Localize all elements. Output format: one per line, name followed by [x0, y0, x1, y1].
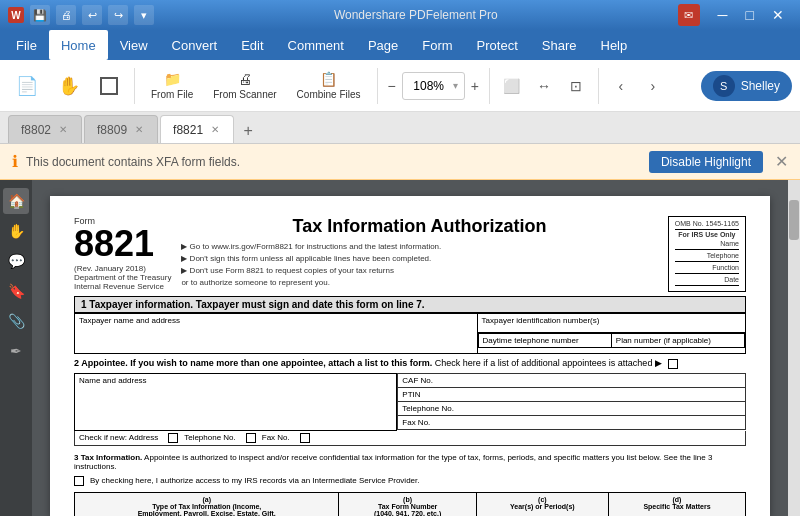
form-dept: Department of the Treasury	[74, 273, 171, 282]
tab-f8821[interactable]: f8821 ✕	[160, 115, 234, 143]
irs-access-checkbox[interactable]	[74, 476, 84, 486]
section3-header: 3 Tax Information.	[74, 453, 142, 462]
print-button[interactable]: 🖨	[56, 5, 76, 25]
check-if-new-label: Check if new: Address	[79, 433, 158, 442]
caf-row-1: CAF No.	[398, 374, 746, 388]
form-instructions: ▶ Go to www.irs.gov/Form8821 for instruc…	[181, 241, 657, 289]
notification-icon: ℹ	[12, 152, 18, 171]
caf-row-2: PTIN	[398, 388, 746, 402]
tab-f8809-close[interactable]: ✕	[133, 122, 145, 137]
zoom-control[interactable]: 108% ▾	[402, 72, 465, 100]
tab-f8809-label: f8809	[97, 123, 127, 137]
irs-function: Function	[675, 264, 739, 271]
form-title-block: Tax Information Authorization ▶ Go to ww…	[171, 216, 667, 289]
maximize-button[interactable]: □	[738, 0, 762, 30]
minimize-button[interactable]: ─	[710, 0, 736, 30]
name-address-cell: Name and address	[75, 373, 397, 430]
separator-2	[377, 68, 378, 104]
tab-f8821-close[interactable]: ✕	[209, 122, 221, 137]
section2-checkbox[interactable]	[668, 359, 678, 369]
prev-page-button[interactable]: ‹	[607, 72, 635, 100]
fit-page-button[interactable]: ⬜	[498, 72, 526, 100]
menu-view[interactable]: View	[108, 30, 160, 60]
caf-no-cell: CAF No.	[398, 374, 746, 388]
menu-home[interactable]: Home	[49, 30, 108, 60]
menu-help[interactable]: Help	[589, 30, 640, 60]
from-file-label: From File	[151, 89, 193, 100]
fit-width-button[interactable]: ↔	[530, 72, 558, 100]
document-area[interactable]: Form 8821 (Rev. January 2018) Department…	[32, 180, 788, 516]
section3-text: 3 Tax Information. Appointee is authoriz…	[74, 450, 746, 474]
hand-tool-button[interactable]: ✋	[50, 64, 88, 108]
fax-checkbox[interactable]	[300, 433, 310, 443]
zoom-in-button[interactable]: +	[469, 78, 481, 94]
irs-name: Name	[675, 240, 739, 247]
actual-size-button[interactable]: ⊡	[562, 72, 590, 100]
tab-f8802-close[interactable]: ✕	[57, 122, 69, 137]
disable-highlight-button[interactable]: Disable Highlight	[649, 151, 763, 173]
caf-row-3: Telephone No.	[398, 402, 746, 416]
new-tab-button[interactable]: +	[236, 119, 260, 143]
address-checkbox[interactable]	[168, 433, 178, 443]
undo-button[interactable]: ↩	[82, 5, 102, 25]
irs-access-row: By checking here, I authorize access to …	[74, 474, 746, 488]
phone-plan-cell: Daytime telephone number Plan number (if…	[477, 332, 745, 353]
ptin-cell: PTIN	[398, 388, 746, 402]
tab-f8802-label: f8802	[21, 123, 51, 137]
pdf-page: Form 8821 (Rev. January 2018) Department…	[50, 196, 770, 516]
tab-f8809[interactable]: f8809 ✕	[84, 115, 158, 143]
close-button[interactable]: ✕	[764, 0, 792, 30]
menu-edit[interactable]: Edit	[229, 30, 275, 60]
col-d-header: (d) Specific Tax Matters	[608, 492, 745, 516]
left-toolbar: 🏠 ✋ 💬 🔖 📎 ✒	[0, 180, 32, 516]
menu-share[interactable]: Share	[530, 30, 589, 60]
irs-access-text: By checking here, I authorize access to …	[90, 476, 419, 485]
save-button[interactable]: 💾	[30, 5, 50, 25]
bookmark-tool-button[interactable]: 🔖	[3, 278, 29, 304]
customize-button[interactable]: ▾	[134, 5, 154, 25]
menu-file[interactable]: File	[4, 30, 49, 60]
comment-tool-button[interactable]: 💬	[3, 248, 29, 274]
menu-protect[interactable]: Protect	[465, 30, 530, 60]
notification-close-button[interactable]: ✕	[775, 152, 788, 171]
menu-comment[interactable]: Comment	[276, 30, 356, 60]
redo-button[interactable]: ↪	[108, 5, 128, 25]
combine-files-button[interactable]: 📋 Combine Files	[289, 64, 369, 108]
phone-checkbox[interactable]	[246, 433, 256, 443]
section2-number: 2 Appointee.	[74, 358, 128, 368]
home-tool-button[interactable]: 🏠	[3, 188, 29, 214]
section1-table: Taxpayer name and address Taxpayer ident…	[74, 313, 746, 354]
table-row: Taxpayer name and address Taxpayer ident…	[75, 314, 746, 333]
instruction-2: ▶ Don't sign this form unless all applic…	[181, 253, 657, 265]
instruction-1: ▶ Go to www.irs.gov/Form8821 for instruc…	[181, 241, 657, 253]
form-number: 8821	[74, 226, 171, 262]
scrollbar-thumb[interactable]	[789, 200, 799, 240]
email-icon[interactable]: ✉	[678, 4, 700, 26]
hand-tool-left[interactable]: ✋	[3, 218, 29, 244]
combine-icon: 📋	[320, 71, 337, 87]
menu-bar: File Home View Convert Edit Comment Page…	[0, 30, 800, 60]
attachment-tool-button[interactable]: 📎	[3, 308, 29, 334]
next-page-button[interactable]: ›	[639, 72, 667, 100]
menu-convert[interactable]: Convert	[160, 30, 230, 60]
telephone-cell: Telephone No.	[398, 402, 746, 416]
zoom-out-button[interactable]: −	[386, 78, 398, 94]
title-bar: W 💾 🖨 ↩ ↪ ▾ Wondershare PDFelement Pro ✉…	[0, 0, 800, 30]
scrollbar[interactable]	[788, 180, 800, 516]
select-button[interactable]	[92, 64, 126, 108]
signature-tool-button[interactable]: ✒	[3, 338, 29, 364]
new-file-button[interactable]: 📄	[8, 64, 46, 108]
col-b-header: (b) Tax Form Number (1040, 941, 720, etc…	[339, 492, 476, 516]
form-rev: (Rev. January 2018)	[74, 264, 171, 273]
from-scanner-button[interactable]: 🖨 From Scanner	[205, 64, 284, 108]
menu-form[interactable]: Form	[410, 30, 464, 60]
section2-check-text: Check here if a list of additional appoi…	[435, 358, 662, 368]
menu-page[interactable]: Page	[356, 30, 410, 60]
user-profile-button[interactable]: S Shelley	[701, 71, 792, 101]
tab-f8802[interactable]: f8802 ✕	[8, 115, 82, 143]
from-file-button[interactable]: 📁 From File	[143, 64, 201, 108]
fax-cell: Fax No.	[398, 416, 746, 430]
phone-plan-inner-table: Daytime telephone number Plan number (if…	[478, 333, 745, 348]
hand-icon: ✋	[58, 75, 80, 97]
form-header: Form 8821 (Rev. January 2018) Department…	[74, 216, 746, 292]
